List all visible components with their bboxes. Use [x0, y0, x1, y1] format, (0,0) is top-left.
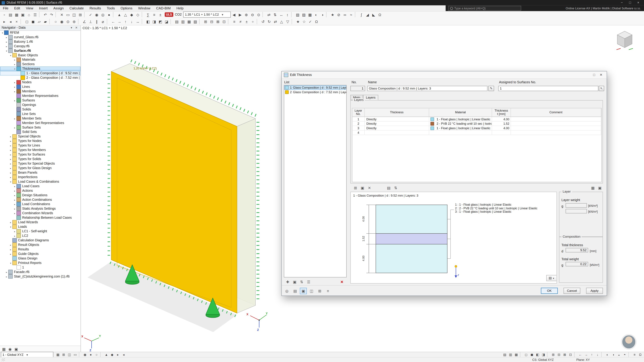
- toolbar-icon[interactable]: ±: [157, 11, 164, 18]
- toolbar-icon[interactable]: ✕: [59, 11, 65, 18]
- cell-layer-no[interactable]: 4: [352, 131, 364, 135]
- toolbar-icon[interactable]: ⌂: [26, 11, 32, 18]
- tree-item[interactable]: ▸ curved_Glass.rf6: [0, 35, 80, 39]
- snap-icon[interactable]: [100, 352, 103, 358]
- toolbar-icon[interactable]: [78, 19, 80, 24]
- ok-button[interactable]: OK: [541, 288, 558, 294]
- toolbar-icon[interactable]: ⊙: [65, 18, 71, 25]
- tree-expander-icon[interactable]: ▸: [9, 167, 12, 169]
- tree-item[interactable]: Openings: [0, 103, 80, 107]
- table-tool-icon[interactable]: ▣: [596, 185, 604, 191]
- toolbar-icon[interactable]: [84, 12, 87, 17]
- tree-expander-icon[interactable]: ▸: [13, 99, 16, 102]
- toolbar-icon[interactable]: ↔: [278, 11, 284, 18]
- dialog-tab[interactable]: Layers: [363, 95, 378, 100]
- pick-surfaces-button[interactable]: ↖: [599, 86, 604, 91]
- view-icon[interactable]: ◑: [610, 352, 616, 357]
- toolbar-icon[interactable]: ●: [106, 11, 112, 18]
- tree-expander-icon[interactable]: ▸: [13, 117, 16, 120]
- tree-item[interactable]: ▸ LC1 - Self-weight: [0, 229, 80, 234]
- dialog-tool-icon[interactable]: ▤: [292, 288, 299, 294]
- tree-expander-icon[interactable]: ▸: [5, 45, 8, 47]
- snap-icon[interactable]: ◉: [82, 352, 88, 357]
- table-tool-icon[interactable]: ▦: [589, 185, 596, 191]
- load-combination-select[interactable]: 1.35 * LC1 + 1.50 * LC2 ▼: [183, 11, 231, 18]
- snap-icon[interactable]: ▸: [115, 352, 121, 357]
- thickness-list-item[interactable]: 2 Glass Composition | d : 7.52 mm | Laye…: [284, 90, 346, 94]
- tree-item[interactable]: Relationship Between Load Cases: [0, 216, 80, 220]
- cell-thickness-value[interactable]: 4.00: [492, 126, 511, 130]
- tree-item[interactable]: ▸ Action Combinations: [0, 197, 80, 202]
- toolbar-icon[interactable]: ◇: [135, 11, 141, 18]
- cell-layer-no[interactable]: 2: [352, 121, 364, 125]
- delete-thickness-icon[interactable]: ✕: [338, 279, 346, 285]
- view-icon[interactable]: ▥: [508, 352, 513, 357]
- toolbar-icon[interactable]: [142, 19, 144, 24]
- tree-item[interactable]: ▸ Member Sets: [0, 116, 80, 121]
- close-icon[interactable]: ✕: [74, 26, 79, 29]
- toolbar-icon[interactable]: ≠: [238, 18, 244, 25]
- toolbar-icon[interactable]: ≈: [348, 11, 354, 18]
- tree-item[interactable]: ▸ Load Cases: [0, 184, 80, 188]
- tree-item[interactable]: ▸ Result Objects: [0, 243, 80, 247]
- view-icon[interactable]: ⊠: [562, 352, 568, 357]
- tree-expander-icon[interactable]: ▸: [9, 144, 12, 147]
- tree-expander-icon[interactable]: ▸: [9, 221, 12, 224]
- tree-expander-icon[interactable]: ▸: [9, 162, 12, 165]
- toolbar-icon[interactable]: ≡: [231, 18, 238, 25]
- cell-comment[interactable]: [511, 126, 602, 130]
- table-row[interactable]: 2 Directly 2 - PVB 22 °C loading until 1…: [352, 121, 601, 126]
- dialog-tool-icon[interactable]: ≡: [324, 288, 332, 294]
- snap-icon[interactable]: ▭: [72, 352, 78, 357]
- tree-item[interactable]: ▸ Types for Surfaces: [0, 152, 80, 157]
- menu-item[interactable]: Window: [135, 5, 153, 11]
- snap-icon[interactable]: [79, 352, 81, 358]
- tree-item[interactable]: 1 - Glass Composition | d : 9.52 mm | La…: [0, 71, 80, 76]
- snap-icon[interactable]: ◫: [66, 352, 72, 357]
- toolbar-icon[interactable]: ∥: [94, 18, 100, 25]
- list-tool-icon[interactable]: ☰: [305, 279, 312, 285]
- toolbar-icon[interactable]: ○: [52, 18, 59, 25]
- menu-item[interactable]: File: [0, 5, 11, 11]
- menu-item[interactable]: CAD-BIM: [153, 5, 174, 11]
- table-tool-icon[interactable]: ⊞: [352, 185, 359, 191]
- toolbar-icon[interactable]: [291, 12, 294, 17]
- dialog-titlebar[interactable]: Edit Thickness □ ✕: [282, 71, 606, 79]
- toolbar-icon[interactable]: ↺: [260, 18, 266, 25]
- tree-item[interactable]: ▸ Lines: [0, 84, 80, 89]
- toolbar-icon[interactable]: ▣: [20, 11, 26, 18]
- toolbar-icon[interactable]: [107, 19, 109, 24]
- toolbar-icon[interactable]: ☰: [32, 11, 38, 18]
- tree-item[interactable]: ▾ Basic Objects: [0, 53, 80, 57]
- toolbar-icon[interactable]: ◐: [313, 11, 319, 18]
- view-icon[interactable]: ⊞: [550, 352, 556, 357]
- tree-expander-icon[interactable]: ▸: [5, 271, 8, 273]
- view-icon[interactable]: ▦: [513, 352, 519, 357]
- tree-item[interactable]: ▸ Actions: [0, 188, 80, 193]
- tree-expander-icon[interactable]: ▾: [9, 226, 12, 228]
- toolbar-icon[interactable]: ↕: [284, 11, 290, 18]
- toolbar-icon[interactable]: ◉: [59, 18, 65, 25]
- tree-expander-icon[interactable]: ▸: [13, 194, 16, 196]
- cell-thickness-method[interactable]: Directly: [365, 117, 429, 121]
- tree-expander-icon[interactable]: ▸: [13, 90, 16, 93]
- tree-item[interactable]: ▸ Surfaces: [0, 98, 80, 103]
- toolbar-icon[interactable]: ⊥: [88, 18, 94, 25]
- toolbar-icon[interactable]: ⊕: [243, 11, 250, 18]
- tree-item[interactable]: 1: [0, 265, 80, 270]
- menu-item[interactable]: Options: [118, 5, 135, 11]
- tree-item[interactable]: ▾ Surface.rf6: [0, 48, 80, 53]
- tree-item[interactable]: Member Representatives: [0, 93, 80, 98]
- view-icon[interactable]: ↓: [595, 352, 600, 357]
- toolbar-icon[interactable]: ▦: [186, 18, 192, 25]
- view-icon[interactable]: ⊟: [556, 352, 562, 357]
- tree-item[interactable]: ▸ Balcony 1.rf6: [0, 39, 80, 44]
- next-loadcase-button[interactable]: ▶: [237, 11, 243, 18]
- toolbar-icon[interactable]: ↷: [48, 11, 55, 18]
- dialog-close-button[interactable]: ✕: [598, 72, 604, 78]
- tree-item[interactable]: ▾ RFEM: [0, 30, 80, 35]
- toolbar-icon[interactable]: ⌀: [100, 18, 106, 25]
- cell-layer-no[interactable]: 3: [352, 126, 364, 130]
- toolbar-icon[interactable]: [113, 12, 116, 17]
- thickness-list-item[interactable]: 1 Glass Composition | d : 9.52 mm | Laye…: [284, 85, 346, 90]
